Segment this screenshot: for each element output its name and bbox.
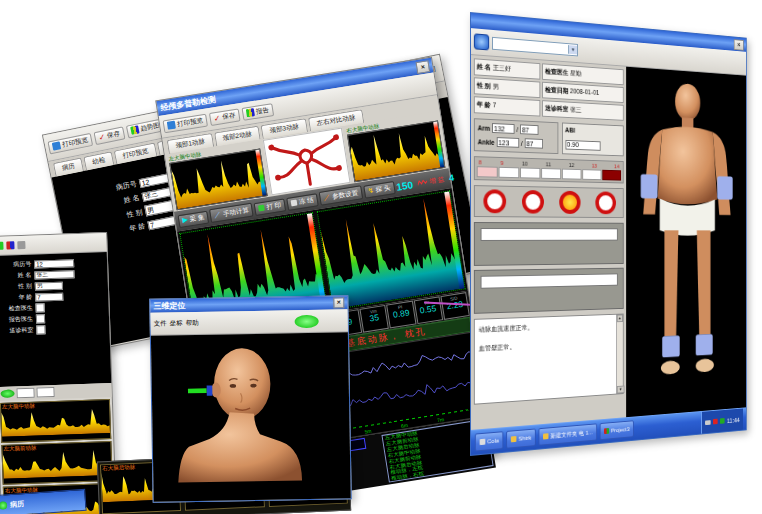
head-toolbar: 文件 坐标 帮助 [150,309,347,335]
abi-left-panel: 姓 名 王三好 性 别 男 年 龄 7 检查医生 星勤 检查日期 2008-01… [471,55,626,430]
app-icon[interactable] [474,33,489,50]
green-tool-icon[interactable] [0,242,4,250]
age-input[interactable] [35,292,63,301]
gender-input[interactable] [35,281,63,290]
willis-diagram [263,128,351,196]
ankle-diastolic-input[interactable] [524,138,542,148]
report-line: 动脉血流速度正常。 [479,320,620,334]
menu-file[interactable]: 文件 [154,319,167,328]
chart-icon [246,108,255,117]
head-3d-view[interactable] [151,332,351,501]
close-icon[interactable]: × [333,297,344,308]
body-3d-view[interactable] [626,67,746,417]
protocol-combobox[interactable]: ▼ [492,36,578,56]
save-button[interactable]: ✓保存 [93,126,125,145]
info-cell: 性 别 男 [474,77,541,98]
app-icon [480,439,486,445]
menu-coords[interactable]: 坐标 [170,319,183,328]
scale-strip: 8 9 10 11 12 13 14 [474,156,624,183]
taskbar-button[interactable]: Shtrk [506,428,536,448]
printer-icon [258,205,265,212]
chart-tool-icon[interactable] [6,241,14,249]
print-preview-button[interactable]: 打印预览 [47,132,93,154]
checkbox[interactable] [36,314,45,323]
system-tray: 11:44 [701,408,743,433]
print-button[interactable]: 打 印 [254,198,286,216]
freeze-icon [291,199,298,206]
freeze-button[interactable]: 冻 结 [286,193,318,211]
status-ellipse-icon [295,314,319,327]
entry-panel [474,268,624,314]
window-head-3d: 三维定位 × 文件 坐标 帮助 [149,295,352,502]
indicator-lights [474,185,624,218]
clock[interactable]: 11:44 [727,416,740,423]
pen-icon: ／ [213,210,221,221]
report-form: 病历号 姓 名 性 别 年 龄 检查医生 报告医生 送诊科室 [0,252,111,387]
save-button[interactable]: ✓保存 [209,108,240,125]
arm-cuff [717,176,733,199]
taskbar-button[interactable]: 新建文件夹 电 1... [539,423,597,445]
chart-icon [130,125,139,134]
abi-panel: ABI [562,122,624,156]
entry-field[interactable] [481,228,618,241]
report-line: 血管壁正常。 [479,338,620,354]
check-icon: ✓ [98,132,106,142]
delphi-icon [604,428,609,434]
green-tray-icon[interactable] [720,418,725,424]
print-preview-button[interactable]: 打印预览 [162,113,207,133]
arm-systolic-input[interactable] [492,123,515,134]
ankle-cuff [662,335,680,357]
pencil-icon: ／ [323,192,331,203]
taskbar-button[interactable]: Project3 [600,420,634,440]
checkbox[interactable] [36,325,45,334]
abi-value-input[interactable] [565,139,600,150]
keyboard-tray-icon[interactable] [705,420,710,425]
indicator-light [595,191,616,214]
checkbox[interactable] [35,303,44,312]
taskbar-button[interactable]: Cola [475,431,504,451]
indicator-light [483,189,506,213]
arm-cuff [641,174,658,198]
report-button[interactable]: 报告 [241,103,274,121]
red-tray-icon[interactable] [713,419,718,425]
play-icon: ▶ [182,216,189,225]
gray-tool-icon[interactable] [17,241,25,249]
indicator-light [522,190,544,214]
name-input[interactable] [34,270,74,279]
bp-panel: Arm / Ankle / [474,118,558,154]
document-icon [52,141,61,150]
age-label: 年 龄 [111,221,146,238]
close-icon[interactable]: × [415,60,430,74]
info-cell: 年 龄 7 [474,96,541,116]
folder-icon [543,433,548,439]
value-cell: S/D2.23 [440,292,470,320]
close-icon[interactable]: × [734,39,744,51]
acquire-button[interactable]: ▶采 集 [177,210,209,228]
arm-diastolic-input[interactable] [520,124,538,135]
gender-label: 性 别 [108,207,143,224]
abi-main: 姓 名 王三好 性 别 男 年 龄 7 检查医生 星勤 检查日期 2008-01… [471,55,746,430]
green-dot-icon [0,501,7,510]
info-cell: 检查日期 2008-01-01 [542,82,623,103]
value-cell: PI0.89 [386,301,416,329]
ankle-systolic-input[interactable] [496,137,518,148]
probe-button[interactable]: ↯探 头 [363,181,395,199]
gain-button[interactable]: 增 益 [414,173,448,189]
folder-icon [511,436,517,442]
age-input[interactable] [147,215,176,229]
indicator-light-active [559,191,580,214]
info-cell: 姓 名 王三好 [474,58,541,79]
spectrum-right [317,190,466,310]
report-text-area[interactable]: 动脉血流速度正常。 血管壁正常。 ▲ ▼ [474,314,624,405]
scrollbar[interactable]: ▲ ▼ [616,314,623,393]
chevron-down-icon: ▼ [568,45,577,54]
entry-field[interactable] [481,273,618,288]
record-no-input[interactable] [34,259,74,268]
check-icon: ✓ [213,113,221,123]
menu-help[interactable]: 帮助 [186,318,199,327]
spectrum-thumbnail[interactable]: 左大脑中动脉 [0,399,111,443]
window-abi: × ▼ 姓 名 王三好 性 别 男 年 龄 7 检查医生 星勤 检查日 [470,12,747,456]
desktop-collage: 打印预览 ✓保存 趋势图 打印 仪器设置 × 关闭 病历 幼检 打印预览 退出 … [0,0,762,514]
value-cell: Vm35 [360,305,390,333]
probe-icon [188,388,207,393]
